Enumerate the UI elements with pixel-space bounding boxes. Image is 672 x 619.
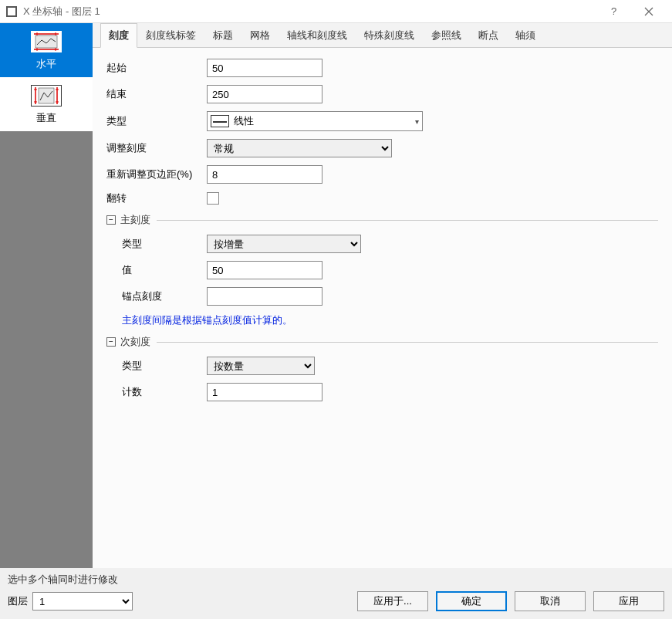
layer-select[interactable]: 1 xyxy=(32,592,133,611)
divider xyxy=(157,220,658,221)
vertical-axis-icon xyxy=(31,85,62,107)
multi-axis-label: 选中多个轴同时进行修改 xyxy=(8,573,664,587)
type-label: 类型 xyxy=(106,114,207,128)
form-area: 起始 结束 类型 线性 ▾ 调整刻度 常规 xyxy=(93,48,672,420)
titlebar: X 坐标轴 - 图层 1 ? xyxy=(0,0,672,23)
to-input[interactable] xyxy=(207,85,322,103)
tab-grid[interactable]: 网格 xyxy=(241,23,279,48)
divider xyxy=(157,342,658,343)
major-group-label: 主刻度 xyxy=(120,213,150,227)
minor-group-label: 次刻度 xyxy=(120,335,150,349)
reverse-label: 翻转 xyxy=(106,191,207,205)
sidebar-item-vertical[interactable]: 垂直 xyxy=(0,77,93,131)
major-info-text: 主刻度间隔是根据锚点刻度值计算的。 xyxy=(122,313,658,327)
sidebar-item-horizontal[interactable]: 水平 xyxy=(0,23,93,77)
apply-to-button[interactable]: 应用于... xyxy=(357,591,428,611)
tab-special-ticks[interactable]: 特殊刻度线 xyxy=(356,23,423,48)
from-label: 起始 xyxy=(106,61,207,75)
minor-ticks-group-header: − 次刻度 xyxy=(106,335,658,349)
layer-label: 图层 xyxy=(8,594,28,608)
close-icon xyxy=(644,7,653,16)
tab-reference-lines[interactable]: 参照线 xyxy=(423,23,470,48)
major-type-label: 类型 xyxy=(106,237,207,251)
axis-sidebar: 水平 垂直 xyxy=(0,23,93,571)
margin-label: 重新调整页边距(%) xyxy=(106,167,207,181)
collapse-toggle[interactable]: − xyxy=(106,337,116,347)
to-label: 结束 xyxy=(106,87,207,101)
horizontal-axis-icon xyxy=(31,31,62,52)
linear-scale-icon xyxy=(211,115,229,127)
minor-type-select[interactable]: 按数量 xyxy=(207,357,315,375)
dialog-footer: 选中多个轴同时进行修改 图层 1 应用于... 确定 取消 应用 xyxy=(0,568,672,619)
major-ticks-group-header: − 主刻度 xyxy=(106,213,658,227)
window-title: X 坐标轴 - 图层 1 xyxy=(23,5,596,19)
apply-button[interactable]: 应用 xyxy=(593,591,664,611)
ok-button[interactable]: 确定 xyxy=(436,591,507,611)
minor-count-input[interactable] xyxy=(207,383,322,401)
tab-line-ticks[interactable]: 轴线和刻度线 xyxy=(279,23,356,48)
margin-input[interactable] xyxy=(207,165,322,184)
minor-count-label: 计数 xyxy=(106,385,207,399)
major-type-select[interactable]: 按增量 xyxy=(207,235,361,253)
close-button[interactable] xyxy=(631,0,666,23)
help-button[interactable]: ? xyxy=(596,0,631,23)
cancel-button[interactable]: 取消 xyxy=(515,591,586,611)
rescale-select[interactable]: 常规 xyxy=(207,139,392,157)
tab-scale[interactable]: 刻度 xyxy=(100,23,137,48)
app-icon xyxy=(6,6,17,17)
tab-tick-labels[interactable]: 刻度线标签 xyxy=(137,23,204,48)
rescale-label: 调整刻度 xyxy=(106,141,207,155)
scale-type-select[interactable]: 线性 ▾ xyxy=(207,111,423,131)
tab-rug[interactable]: 轴须 xyxy=(507,23,544,48)
sidebar-item-label: 垂直 xyxy=(36,111,56,125)
reverse-checkbox[interactable] xyxy=(207,192,219,205)
tab-title[interactable]: 标题 xyxy=(204,23,241,48)
tab-bar: 刻度 刻度线标签 标题 网格 轴线和刻度线 特殊刻度线 参照线 断点 轴须 xyxy=(93,23,672,48)
scale-type-value: 线性 xyxy=(234,114,254,128)
major-value-label: 值 xyxy=(106,263,207,277)
collapse-toggle[interactable]: − xyxy=(106,215,116,225)
tab-breaks[interactable]: 断点 xyxy=(470,23,507,48)
anchor-label: 锚点刻度 xyxy=(106,289,207,303)
from-input[interactable] xyxy=(207,59,322,77)
anchor-input[interactable] xyxy=(207,287,322,306)
sidebar-item-label: 水平 xyxy=(36,57,56,71)
svg-rect-0 xyxy=(35,36,57,48)
minor-type-label: 类型 xyxy=(106,359,207,373)
major-value-input[interactable] xyxy=(207,261,322,279)
chevron-down-icon: ▾ xyxy=(415,117,419,126)
